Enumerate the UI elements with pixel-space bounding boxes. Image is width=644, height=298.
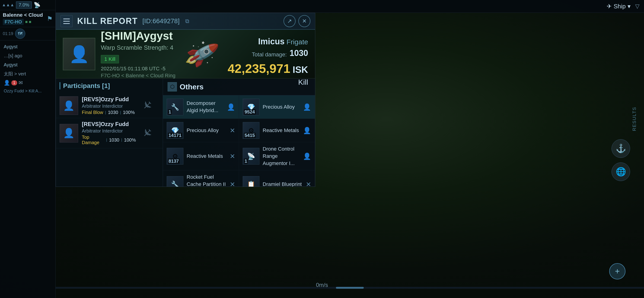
- loot-item-decomposer[interactable]: 🔧 1 Decomposer Algid Hybrid... 👤: [163, 95, 239, 119]
- loot-item-drone-control[interactable]: 📡 1 Drone Control Range Augmentor I... 👤: [239, 142, 315, 170]
- sidebar-item-aygyst1[interactable]: Aygyst: [0, 42, 56, 51]
- participant-item[interactable]: 👤 [REVS]Ozzy Fudd Arbitrator Interdictor…: [56, 93, 163, 118]
- hero-section: 👤 [SHIM]Aygyst Warp Scramble Strength: 4…: [56, 30, 315, 79]
- sidebar-nav: Aygyst …[s] ago Aygyst 太阳 > vert 👤 1 ✉ O…: [0, 40, 56, 97]
- hero-stats: Imicus Frigate Total damage: 1030 42,235…: [228, 37, 308, 87]
- ship-class: Frigate: [286, 38, 308, 46]
- close-icon-dramiel[interactable]: ✕: [306, 181, 311, 187]
- panel-title: Kill Report: [77, 16, 138, 26]
- panel-header: Kill Report [ID:6649278] ⧉ ↗ ✕: [56, 13, 315, 30]
- results-label: RESULTS: [632, 107, 637, 131]
- speed-value: 0m/s: [316, 282, 328, 288]
- kill-type: Kill: [228, 78, 308, 87]
- damage-label: Total damage:: [252, 51, 287, 58]
- user-header: Balenne < Cloud F7C-HO ■ ■ ⚑: [0, 10, 56, 27]
- content-area: Participants [1] 👤 [REVS]Ozzy Fudd Arbit…: [56, 79, 315, 187]
- speed-display: 0m/s: [316, 282, 328, 288]
- ship-icon-2: ✈: [134, 123, 161, 144]
- timestamp: 01:19: [3, 31, 13, 36]
- copy-icon[interactable]: ⧉: [185, 18, 189, 24]
- precious-alloy-14171-name: Precious Alloy: [186, 127, 228, 134]
- sidebar-item-search[interactable]: …[s] ago: [0, 51, 56, 60]
- filter-icon[interactable]: ▽: [635, 3, 639, 10]
- ship-id: F7C-HO: [3, 19, 24, 25]
- player-avatar: 👤: [63, 38, 95, 70]
- loot-icon-precious-9524: 💎 9524: [243, 99, 260, 115]
- kill-report-panel: Kill Report [ID:6649278] ⧉ ↗ ✕ 👤 [SHIM]A…: [56, 13, 315, 187]
- sidebar-item-sun[interactable]: 太阳 > vert: [0, 69, 56, 79]
- loot-item-rocket-fuel[interactable]: 🔧 1 Rocket Fuel Cache Partition II Bluep…: [163, 170, 239, 187]
- scroll-bar[interactable]: [56, 287, 644, 289]
- loot-icon-reactive-5415: ⚙ 5415: [243, 122, 260, 139]
- person-icon-precious-9524[interactable]: 👤: [303, 103, 311, 111]
- precious-alloy-9524-name: Precious Alloy: [263, 104, 303, 111]
- participant-avatar-icon-1: 👤: [63, 100, 75, 111]
- close-panel-button[interactable]: ✕: [298, 15, 310, 27]
- plus-button[interactable]: +: [609, 263, 626, 279]
- person-icon-reactive-5415[interactable]: 👤: [303, 127, 311, 134]
- loot-icon-drone: 📡 1: [243, 148, 260, 165]
- ship-name: Imicus: [258, 37, 285, 47]
- loot-icon-precious-14171: 💎 14171: [167, 122, 183, 139]
- search-note: …[s] ago: [4, 53, 22, 59]
- user-info-row: ▲▲▲ 7.0% 📡: [0, 0, 56, 10]
- loot-item-reactive-8137[interactable]: ⚙ 8137 Reactive Metals ✕: [163, 142, 239, 170]
- ship-label: Ship: [614, 3, 626, 10]
- others-icon: ⬡: [168, 82, 177, 91]
- decomposer-icon: 🔧: [171, 103, 179, 111]
- map-icon[interactable]: 🗺: [15, 29, 25, 39]
- ship-3d-icon: 🚀: [183, 36, 220, 72]
- ship-dropdown[interactable]: ✈ Ship ▾: [607, 3, 630, 10]
- percent-stat-2: 100%: [124, 137, 136, 143]
- sidebar-item-ozzyfudd[interactable]: Ozzy Fudd > Kill:A...: [0, 87, 56, 95]
- close-icon-precious-14171[interactable]: ✕: [230, 127, 235, 134]
- loot-item-precious-9524[interactable]: 💎 9524 Precious Alloy 👤: [239, 95, 315, 119]
- close-icon-reactive-8137[interactable]: ✕: [230, 152, 235, 160]
- close-icon-rocket-fuel[interactable]: ✕: [230, 181, 235, 187]
- top-nav: ✈ Ship ▾ ▽: [56, 0, 644, 13]
- participant-avatar-icon-2: 👤: [63, 128, 75, 139]
- aygyst2-label: Aygyst: [4, 62, 18, 68]
- aygyst1-label: Aygyst: [4, 44, 18, 50]
- separator-2: |: [120, 111, 121, 115]
- rocket-fuel-name: Rocket Fuel Cache Partition II Blueprint: [186, 174, 228, 187]
- damage-stat-1: 1030: [108, 110, 118, 115]
- sidebar-item-aygyst2[interactable]: Aygyst: [0, 60, 56, 69]
- floating-item-2[interactable]: 🌐: [612, 162, 630, 181]
- drone-control-name: Drone Control Range Augmentor I...: [263, 146, 303, 167]
- hamburger-line-1: [63, 19, 70, 19]
- separator-4: |: [121, 138, 122, 142]
- decomposer-name: Decomposer Algid Hybrid...: [186, 100, 227, 114]
- floating-item-1[interactable]: ⚓: [612, 139, 630, 158]
- scroll-thumb[interactable]: [336, 287, 364, 289]
- person-icon-drone[interactable]: 👤: [303, 152, 311, 160]
- participant-ship-2: Arbitrator Interdictor: [82, 128, 136, 134]
- sun-label: 太阳 > vert: [4, 71, 26, 77]
- ozzy-label: Ozzy Fudd > Kill:A...: [4, 89, 42, 93]
- loot-item-precious-14171[interactable]: 💎 14171 Precious Alloy ✕: [163, 119, 239, 142]
- right-floating-items: ⚓ 🌐: [612, 139, 630, 181]
- loot-icon-decomposer: 🔧 1: [167, 99, 183, 115]
- loot-item-dramiel[interactable]: 📋 1 Dramiel Blueprint ✕: [239, 170, 315, 187]
- participants-title: Participants [1]: [60, 82, 110, 89]
- loot-item-reactive-5415[interactable]: ⚙ 5415 Reactive Metals 👤: [239, 119, 315, 142]
- avatar-placeholder: 👤: [69, 45, 89, 64]
- panel-actions: ↗ ✕: [284, 15, 310, 27]
- participant-item-2[interactable]: 👤 [REVS]Ozzy Fudd Arbitrator Interdictor…: [56, 118, 163, 148]
- ship-icon: ✈: [607, 3, 612, 10]
- cube-icon: ⬡: [170, 84, 174, 90]
- external-link-button[interactable]: ↗: [284, 15, 296, 27]
- percent-stat-1: 100%: [123, 110, 135, 115]
- separator-3: |: [106, 138, 107, 142]
- percentage-display: 7.0%: [16, 2, 32, 9]
- participant-info-2: [REVS]Ozzy Fudd Arbitrator Interdictor T…: [82, 121, 136, 145]
- participant-info-1: [REVS]Ozzy Fudd Arbitrator Interdictor F…: [82, 96, 136, 115]
- others-title: Others: [180, 83, 204, 91]
- sidebar-notifications[interactable]: 👤 1 ✉: [0, 79, 56, 87]
- flag-icon: ⚑: [47, 15, 52, 23]
- kill-badge: 1 Kill: [101, 55, 119, 63]
- username: Balenne < Cloud: [3, 12, 45, 18]
- hamburger-line-3: [63, 23, 70, 24]
- hamburger-button[interactable]: [60, 15, 72, 27]
- person-icon-decomposer[interactable]: 👤: [227, 103, 235, 111]
